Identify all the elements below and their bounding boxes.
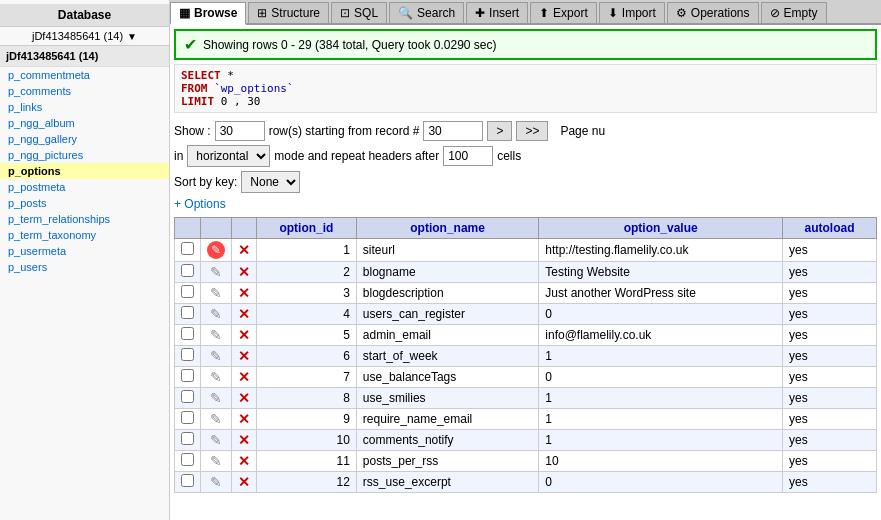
delete-icon-6[interactable]: ✕ (238, 348, 250, 364)
cell-autoload-12: yes (783, 472, 877, 493)
sidebar-item-p_term_taxonomy[interactable]: p_term_taxonomy (0, 227, 169, 243)
sidebar-item-p_ngg_album[interactable]: p_ngg_album (0, 115, 169, 131)
row-checkbox-12[interactable] (181, 474, 194, 487)
sidebar-item-p_ngg_pictures[interactable]: p_ngg_pictures (0, 147, 169, 163)
tab-empty[interactable]: ⊘Empty (761, 2, 827, 23)
sidebar-item-p_comments[interactable]: p_comments (0, 83, 169, 99)
search-tab-icon: 🔍 (398, 6, 413, 20)
edit-icon-6[interactable]: ✎ (210, 348, 222, 364)
delete-icon-3[interactable]: ✕ (238, 285, 250, 301)
cell-option-value-10: 1 (539, 430, 783, 451)
col-option-id[interactable]: option_id (257, 218, 357, 239)
row-checkbox-2[interactable] (181, 264, 194, 277)
table-row: ✎✕6start_of_week1yes (175, 346, 877, 367)
sql-box: SELECT * FROM `wp_options` LIMIT 0 , 30 (174, 64, 877, 113)
cell-option-id-11: 11 (257, 451, 357, 472)
delete-icon-10[interactable]: ✕ (238, 432, 250, 448)
sort-select[interactable]: None (241, 171, 300, 193)
row-checkbox-6[interactable] (181, 348, 194, 361)
tab-browse[interactable]: ▦Browse (170, 2, 246, 25)
table-row: ✎✕3blogdescriptionJust another WordPress… (175, 283, 877, 304)
delete-icon-1[interactable]: ✕ (238, 242, 250, 258)
tab-insert[interactable]: ✚Insert (466, 2, 528, 23)
edit-icon-10[interactable]: ✎ (210, 432, 222, 448)
cell-autoload-2: yes (783, 262, 877, 283)
edit-icon-11[interactable]: ✎ (210, 453, 222, 469)
cell-option-value-3: Just another WordPress site (539, 283, 783, 304)
edit-icon-9[interactable]: ✎ (210, 411, 222, 427)
record-input[interactable] (423, 121, 483, 141)
edit-icon-active-1[interactable]: ✎ (207, 241, 225, 259)
cell-option-id-8: 8 (257, 388, 357, 409)
tab-operations[interactable]: ⚙Operations (667, 2, 759, 23)
go-button[interactable]: > (487, 121, 512, 141)
dropdown-arrow-icon: ▼ (127, 31, 137, 42)
sidebar-db-dropdown[interactable]: jDf413485641 (14) ▼ (0, 27, 169, 46)
table-row: ✎✕2blognameTesting Websiteyes (175, 262, 877, 283)
row-checkbox-9[interactable] (181, 411, 194, 424)
sidebar-db-title: Database (0, 4, 169, 27)
edit-icon-4[interactable]: ✎ (210, 306, 222, 322)
edit-icon-12[interactable]: ✎ (210, 474, 222, 490)
edit-icon-8[interactable]: ✎ (210, 390, 222, 406)
tab-sql[interactable]: ⊡SQL (331, 2, 387, 23)
delete-icon-7[interactable]: ✕ (238, 369, 250, 385)
delete-icon-2[interactable]: ✕ (238, 264, 250, 280)
cell-option-value-7: 0 (539, 367, 783, 388)
success-icon: ✔ (184, 35, 197, 54)
mode-select[interactable]: horizontal vertical (187, 145, 270, 167)
table-row: ✎✕4users_can_register0yes (175, 304, 877, 325)
col-option-value[interactable]: option_value (539, 218, 783, 239)
edit-icon-5[interactable]: ✎ (210, 327, 222, 343)
sidebar-item-p_commentmeta[interactable]: p_commentmeta (0, 67, 169, 83)
delete-icon-5[interactable]: ✕ (238, 327, 250, 343)
show-input[interactable] (215, 121, 265, 141)
import-tab-icon: ⬇ (608, 6, 618, 20)
options-link[interactable]: + Options (174, 197, 226, 211)
sidebar-item-p_users[interactable]: p_users (0, 259, 169, 275)
tab-label-empty: Empty (784, 6, 818, 20)
sidebar-item-p_postmeta[interactable]: p_postmeta (0, 179, 169, 195)
sort-label: Sort by key: (174, 175, 237, 189)
row-checkbox-10[interactable] (181, 432, 194, 445)
edit-icon-7[interactable]: ✎ (210, 369, 222, 385)
tab-structure[interactable]: ⊞Structure (248, 2, 329, 23)
row-checkbox-8[interactable] (181, 390, 194, 403)
headers-input[interactable] (443, 146, 493, 166)
row-checkbox-1[interactable] (181, 242, 194, 255)
sidebar-item-p_ngg_gallery[interactable]: p_ngg_gallery (0, 131, 169, 147)
sidebar-item-p_links[interactable]: p_links (0, 99, 169, 115)
edit-icon-3[interactable]: ✎ (210, 285, 222, 301)
table-row: ✎✕8use_smilies1yes (175, 388, 877, 409)
cell-option-value-4: 0 (539, 304, 783, 325)
tab-export[interactable]: ⬆Export (530, 2, 597, 23)
delete-icon-12[interactable]: ✕ (238, 474, 250, 490)
delete-icon-11[interactable]: ✕ (238, 453, 250, 469)
structure-tab-icon: ⊞ (257, 6, 267, 20)
sidebar-item-p_usermeta[interactable]: p_usermeta (0, 243, 169, 259)
tab-import[interactable]: ⬇Import (599, 2, 665, 23)
col-option-name[interactable]: option_name (356, 218, 538, 239)
headers-label: mode and repeat headers after (274, 149, 439, 163)
next-button[interactable]: >> (516, 121, 548, 141)
delete-icon-4[interactable]: ✕ (238, 306, 250, 322)
sidebar-item-p_term_relationships[interactable]: p_term_relationships (0, 211, 169, 227)
delete-icon-8[interactable]: ✕ (238, 390, 250, 406)
row-checkbox-4[interactable] (181, 306, 194, 319)
row-checkbox-7[interactable] (181, 369, 194, 382)
tab-search[interactable]: 🔍Search (389, 2, 464, 23)
col-autoload[interactable]: autoload (783, 218, 877, 239)
cell-option-value-5: info@flamelily.co.uk (539, 325, 783, 346)
success-bar: ✔ Showing rows 0 - 29 (384 total, Query … (174, 29, 877, 60)
sidebar-item-p_posts[interactable]: p_posts (0, 195, 169, 211)
row-checkbox-3[interactable] (181, 285, 194, 298)
row-checkbox-5[interactable] (181, 327, 194, 340)
delete-icon-9[interactable]: ✕ (238, 411, 250, 427)
sort-row: Sort by key: None (174, 171, 877, 193)
cell-autoload-4: yes (783, 304, 877, 325)
sidebar-item-p_options[interactable]: p_options (0, 163, 169, 179)
cell-option-name-3: blogdescription (356, 283, 538, 304)
cell-option-id-2: 2 (257, 262, 357, 283)
edit-icon-2[interactable]: ✎ (210, 264, 222, 280)
row-checkbox-11[interactable] (181, 453, 194, 466)
